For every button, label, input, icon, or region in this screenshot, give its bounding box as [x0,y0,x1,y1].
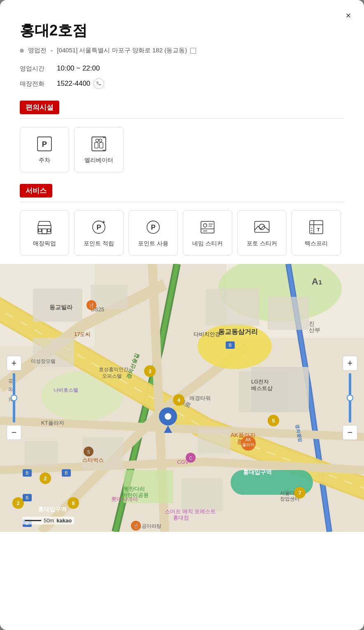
phone-row: 매장전화 1522-4400 [20,78,344,89]
svg-text:베스트샵: 베스트샵 [251,385,273,391]
zoom-in-right-button[interactable]: + [343,356,357,371]
service-store-pickup-label: 매장픽업 [33,240,56,247]
services-grid: 매장픽업 P + 포인트 적립 P 포인트 사용 [20,210,344,256]
svg-rect-44 [268,297,309,330]
service-point-use-label: 포인트 사용 [138,240,168,247]
zoom-out-left-button[interactable]: − [7,425,21,440]
svg-text:진: 진 [309,320,315,327]
svg-text:플라자: 플라자 [242,442,254,447]
svg-text:+: + [102,219,105,225]
svg-rect-43 [206,289,259,326]
scale-label: 50m [44,517,54,524]
zoom-slider-right[interactable] [349,373,351,423]
svg-text:나비호스텔: 나비호스텔 [54,387,78,393]
service-photo-sticker-label: 포토 스티커 [247,240,277,247]
svg-text:B: B [65,470,68,475]
svg-rect-8 [38,226,51,234]
elevator-icon [90,135,107,153]
svg-text:A₁: A₁ [312,276,322,287]
svg-point-4 [99,139,102,142]
svg-text:S: S [87,450,90,454]
svg-text:B: B [229,343,231,348]
zoom-slider-thumb-right [347,395,353,401]
svg-text:AK: AK [245,437,251,442]
map-zoom-left: + − [7,356,21,440]
svg-text:홍대입구역: 홍대입구역 [243,469,272,475]
hours-label: 영업시간 [20,65,57,73]
svg-rect-11 [48,229,51,232]
svg-rect-18 [201,221,214,233]
svg-rect-48 [25,441,58,466]
svg-text:🍴: 🍴 [89,302,95,308]
map-container[interactable]: 동교빌라 GS25 17도씨 미성장모텔 효성홍익인간 오피스텔 나비호스텔 K… [0,264,364,532]
phone-value: 1522-4400 [57,78,104,89]
facilities-section-header: 편의시설 [20,101,344,119]
store-icon [36,219,53,236]
svg-text:P: P [96,223,101,231]
svg-rect-6 [100,143,103,148]
service-point-earn[interactable]: P + 포인트 적립 [74,210,124,256]
facility-parking[interactable]: P 주차 [20,127,69,172]
svg-text:동교동삼거리: 동교동삼거리 [218,328,258,335]
service-store-pickup[interactable]: 매장픽업 [20,210,69,256]
store-detail-modal: × 홍대2호점 영업전 • [04051] 서울특별시 마포구 양화로 182 … [0,0,364,630]
svg-text:B: B [26,470,28,475]
point-icon: P [145,219,162,236]
svg-text:다비치안경: 다비치안경 [194,331,220,337]
service-photo-sticker[interactable]: 포토 스티커 [237,210,287,256]
svg-text:KT플라자: KT플라자 [41,420,64,426]
services-badge: 서비스 [20,184,52,197]
svg-rect-5 [95,143,98,148]
svg-text:2: 2 [44,475,47,482]
facilities-grid: P 주차 엘리베이터 [20,127,344,172]
service-point-use[interactable]: P 포인트 사용 [128,210,178,256]
kakao-label: kakao [56,517,72,524]
svg-text:산부: 산부 [309,327,320,333]
svg-text:C: C [189,456,192,461]
content-area: 홍대2호점 영업전 • [04051] 서울특별시 마포구 양화로 182 (동… [0,0,364,256]
map-zoom-right: + − [343,356,357,440]
svg-text:서울디: 서울디 [280,490,295,496]
svg-text:3: 3 [148,368,151,374]
svg-text:7: 7 [298,490,301,496]
zoom-in-left-button[interactable]: + [7,356,21,371]
service-name-sticker-label: 네임 스티커 [192,240,223,247]
svg-text:LG전자: LG전자 [251,378,269,385]
status-row: 영업전 • [04051] 서울특별시 마포구 양화로 182 (동교동) [20,47,344,54]
facility-elevator-label: 엘리베이터 [84,157,113,164]
close-button[interactable]: × [341,8,356,23]
facility-elevator[interactable]: 엘리베이터 [74,127,124,172]
phone-icon[interactable] [93,78,104,89]
service-texpress[interactable]: T 텍스프리 [292,210,341,256]
svg-text:홍대점: 홍대점 [173,515,189,521]
store-address: [04051] 서울특별시 마포구 양화로 182 (동교동) [57,47,196,54]
svg-text:4: 4 [177,397,180,403]
service-texpress-label: 텍스프리 [305,240,328,247]
svg-text:동교빌라: 동교빌라 [49,304,73,310]
svg-text:미성장모텔: 미성장모텔 [31,358,56,364]
service-name-sticker[interactable]: 네임 스티커 [183,210,232,256]
svg-text:T: T [317,227,320,232]
status-dot [20,49,24,53]
svg-text:효성홍익인간: 효성홍익인간 [99,367,128,372]
svg-rect-9 [42,229,47,234]
svg-rect-24 [254,221,269,233]
svg-point-122 [165,413,171,420]
svg-rect-10 [39,229,42,232]
info-table: 영업시간 10:00 ~ 22:00 매장전화 1522-4400 [20,64,344,89]
zoom-out-right-button[interactable]: − [343,425,357,440]
copy-address-icon[interactable] [190,48,196,54]
map-scale: 50m kakao [22,517,74,524]
svg-text:스머프 매직 포레스트: 스머프 매직 포레스트 [165,508,216,515]
phone-label: 매장전화 [20,80,57,88]
svg-text:🍴: 🍴 [133,523,139,529]
zoom-slider-left[interactable] [13,373,15,423]
svg-rect-50 [181,478,222,511]
svg-text:P: P [151,223,155,231]
svg-text:2: 2 [16,500,19,506]
svg-text:17도씨: 17도씨 [74,331,91,337]
photo-sticker-icon [253,219,271,236]
svg-text:스타벅스: 스타벅스 [82,457,104,463]
services-section-header: 서비스 [20,184,344,202]
name-sticker-icon [199,219,216,236]
